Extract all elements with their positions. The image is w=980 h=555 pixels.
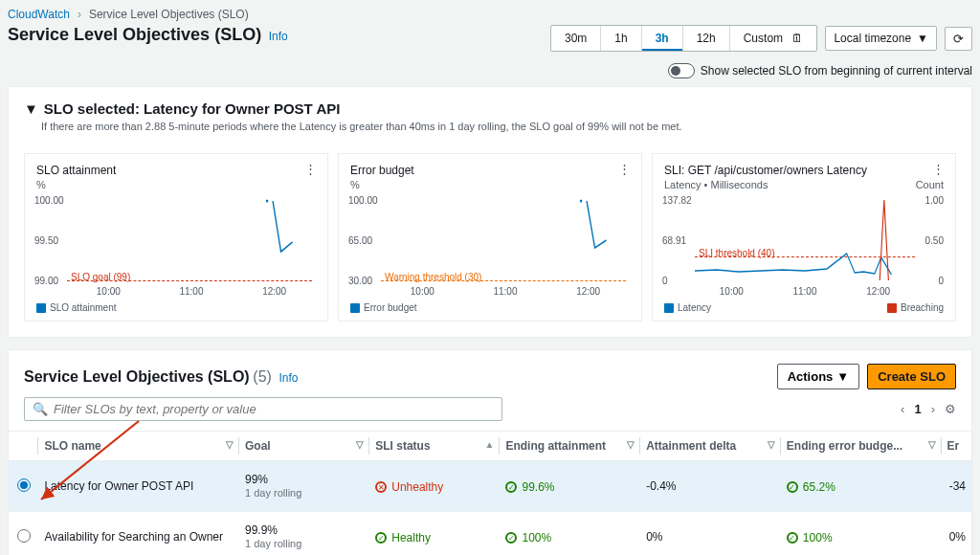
caret-down-icon: ▼ <box>917 32 928 45</box>
chart-unit: % <box>350 179 630 190</box>
cell-ending-budget: ✓65.2% <box>781 461 942 512</box>
time-tab-custom[interactable]: Custom 🗓 <box>730 26 817 51</box>
y-tick: 0 <box>662 276 668 286</box>
time-tab-30m[interactable]: 30m <box>551 26 601 51</box>
col-sli-status[interactable]: SLI status▲ <box>369 432 500 461</box>
chart-title: SLI: GET /api/customer/owners Latency <box>664 164 944 177</box>
cell-delta: 0% <box>640 512 781 555</box>
page-header: Service Level Objectives (SLO) Info 30m … <box>0 25 980 59</box>
cell-sli-status: ✓Healthy <box>369 512 500 555</box>
timezone-label: Local timezone <box>834 32 911 45</box>
y2-tick: 0 <box>938 276 944 286</box>
sort-asc-icon: ▲ <box>485 439 495 450</box>
chart-error-budget: ⋮ Error budget % 100.00 65.00 30.00 Warn… <box>338 153 642 322</box>
legend-item: Latency <box>678 302 711 313</box>
list-info-link[interactable]: Info <box>278 371 298 385</box>
legend-item: Error budget <box>364 302 417 313</box>
timezone-select[interactable]: Local timezone ▼ <box>825 26 937 51</box>
chart-unit: % <box>36 179 316 190</box>
refresh-icon: ⟳ <box>953 32 964 46</box>
sort-icon: ▽ <box>356 439 364 450</box>
chart-title: SLO attainment <box>36 164 316 177</box>
y2-tick: 0.50 <box>925 235 944 246</box>
calendar-icon: 🗓 <box>791 32 803 45</box>
caret-down-icon: ▼ <box>24 100 38 117</box>
filter-input-wrapper[interactable]: 🔍 <box>24 397 502 421</box>
actions-label: Actions <box>788 369 834 384</box>
y-tick: 99.50 <box>34 235 58 246</box>
cell-goal: 99.9%1 day rolling <box>239 512 369 555</box>
list-title: Service Level Objectives (SLO) <box>24 368 250 385</box>
chart-slo-attainment: ⋮ SLO attainment % 100.00 99.50 99.00 SL… <box>24 153 328 322</box>
cell-err: 0% <box>942 512 971 555</box>
pagination: ‹ 1 › ⚙ <box>901 402 956 416</box>
breadcrumb-current: Service Level Objectives (SLO) <box>89 8 249 21</box>
cell-delta: -0.4% <box>640 461 781 512</box>
cell-sli-status: ✕Unhealthy <box>369 461 500 512</box>
cell-name: Availability for Searching an Owner <box>38 512 239 555</box>
col-ending-error-budget[interactable]: Ending error budge...▽ <box>781 432 942 461</box>
col-slo-name[interactable]: SLO name▽ <box>38 432 239 461</box>
time-controls: 30m 1h 3h 12h Custom 🗓 Local timezone ▼ … <box>550 25 972 52</box>
chart-sli-latency: ⋮ SLI: GET /api/customer/owners Latency … <box>652 153 956 322</box>
x-tick: 11:00 <box>792 286 816 297</box>
x-tick: 11:00 <box>179 286 203 297</box>
x-tick: 10:00 <box>411 286 434 297</box>
time-tab-12h[interactable]: 12h <box>683 26 730 51</box>
y-tick: 68.91 <box>662 235 686 246</box>
col-goal[interactable]: Goal▽ <box>239 432 369 461</box>
chart-menu-button[interactable]: ⋮ <box>932 162 946 176</box>
table-row[interactable]: Availability for Searching an Owner99.9%… <box>9 512 971 555</box>
breadcrumb-root[interactable]: CloudWatch <box>8 8 70 21</box>
toggle-row: Show selected SLO from beginning of curr… <box>0 59 980 86</box>
row-radio[interactable] <box>17 478 31 492</box>
chart-menu-button[interactable]: ⋮ <box>304 162 318 176</box>
slo-table: SLO name▽ Goal▽ SLI status▲ Ending attai… <box>9 431 971 555</box>
sort-icon: ▽ <box>226 439 234 450</box>
time-tab-3h[interactable]: 3h <box>642 26 683 51</box>
info-link[interactable]: Info <box>269 30 288 43</box>
interval-toggle[interactable] <box>668 63 695 78</box>
search-icon: 🔍 <box>33 402 48 416</box>
time-range-tabs: 30m 1h 3h 12h Custom 🗓 <box>550 25 817 52</box>
cell-goal: 99%1 day rolling <box>239 461 369 512</box>
col-attainment-delta[interactable]: Attainment delta▽ <box>640 432 781 461</box>
x-tick: 12:00 <box>866 286 890 297</box>
settings-button[interactable]: ⚙ <box>945 402 956 416</box>
time-tab-1h[interactable]: 1h <box>601 26 641 51</box>
selected-slo-header[interactable]: ▼ SLO selected: Latency for Owner POST A… <box>24 100 956 117</box>
page-number: 1 <box>914 402 921 416</box>
actions-dropdown[interactable]: Actions ▼ <box>777 364 860 389</box>
next-page-button[interactable]: › <box>931 402 935 416</box>
prev-page-button[interactable]: ‹ <box>901 402 904 416</box>
selected-slo-panel: ▼ SLO selected: Latency for Owner POST A… <box>8 86 972 338</box>
row-radio[interactable] <box>17 529 31 543</box>
x-tick: 10:00 <box>97 286 121 297</box>
page-title: Service Level Objectives (SLO) <box>8 25 261 44</box>
col-error-delta[interactable]: Er <box>942 432 971 461</box>
table-row[interactable]: Latency for Owner POST API99%1 day rolli… <box>9 461 971 512</box>
chevron-right-icon: › <box>78 8 81 21</box>
cell-ending-attainment: ✓100% <box>500 512 640 555</box>
legend-item: SLO attainment <box>50 302 116 313</box>
legend-item: Breaching <box>901 302 944 313</box>
cell-name: Latency for Owner POST API <box>38 461 239 512</box>
sort-icon: ▽ <box>928 439 936 450</box>
col-ending-attainment[interactable]: Ending attainment▽ <box>500 432 640 461</box>
chart-menu-button[interactable]: ⋮ <box>618 162 632 176</box>
chart-sub-right: Count <box>916 179 944 190</box>
chart-line <box>381 196 626 284</box>
chart-lines <box>695 196 915 284</box>
slo-list-panel: Service Level Objectives (SLO) (5) Info … <box>8 349 972 555</box>
selected-slo-title: SLO selected: Latency for Owner POST API <box>44 100 341 117</box>
selected-slo-description: If there are more than 2.88 5-minute per… <box>41 121 956 132</box>
chart-row: ⋮ SLO attainment % 100.00 99.50 99.00 SL… <box>9 145 971 337</box>
create-slo-button[interactable]: Create SLO <box>867 364 956 389</box>
cell-err: -34 <box>942 461 971 512</box>
y-tick: 99.00 <box>34 276 58 286</box>
y-tick: 30.00 <box>348 276 372 286</box>
chart-sub-left: Latency • Milliseconds <box>664 179 768 190</box>
filter-input[interactable] <box>54 402 494 416</box>
svg-point-0 <box>266 200 269 203</box>
refresh-button[interactable]: ⟳ <box>945 27 972 51</box>
